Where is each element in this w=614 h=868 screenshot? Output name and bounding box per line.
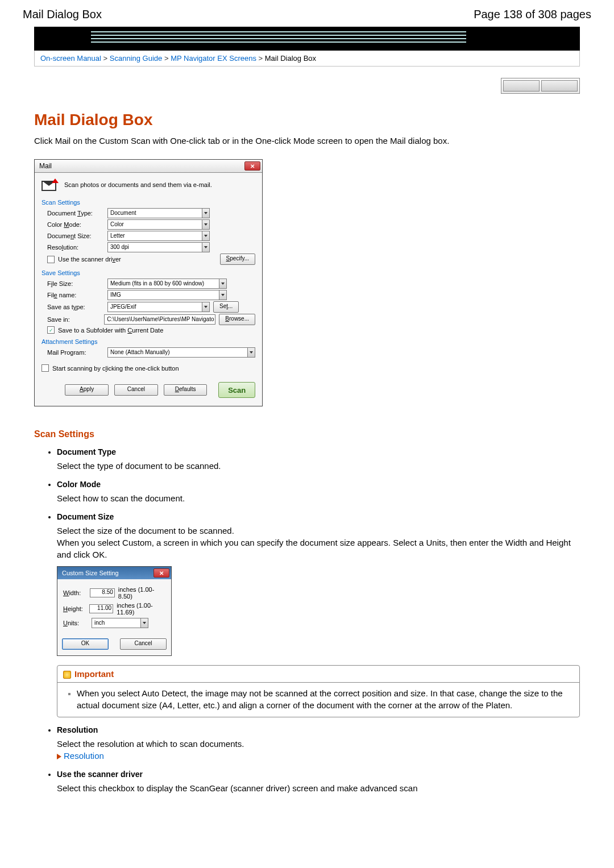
label-doc-type: Document Type: (47, 210, 104, 217)
item-color-mode: Color Mode Select how to scan the docume… (57, 480, 580, 504)
group-scan-settings: Scan Settings (42, 199, 255, 206)
item-document-type: Document Type Select the type of documen… (57, 447, 580, 472)
breadcrumb-link-2[interactable]: MP Navigator EX Screens (171, 54, 256, 63)
checkbox-use-driver[interactable] (47, 256, 55, 263)
chevron-down-icon (247, 348, 255, 357)
chevron-down-icon (202, 302, 209, 312)
input-file-name[interactable]: IMG (107, 290, 227, 300)
select-file-size[interactable]: Medium (fits in a 800 by 600 window) (107, 279, 227, 289)
breadcrumb-link-0[interactable]: On-screen Manual (40, 54, 101, 63)
apply-button[interactable]: Apply (65, 384, 109, 396)
cs-height-range: inches (1.00-11.69) (117, 602, 165, 616)
header-left: Mail Dialog Box (23, 8, 102, 21)
cs-units-label: Units: (63, 620, 88, 626)
toolbar-btn-2[interactable] (541, 80, 578, 92)
group-attachment-settings: Attachment Settings (42, 338, 255, 345)
header-right: Page 138 of 308 pages (474, 8, 591, 21)
cs-title: Custom Size Setting (62, 570, 119, 576)
mail-dialog: Mail ✕ Scan photos or documents and send… (34, 159, 263, 406)
chevron-down-icon (219, 290, 226, 300)
breadcrumb: On-screen Manual > Scanning Guide > MP N… (34, 51, 580, 67)
specify-button[interactable]: Specify... (220, 254, 255, 265)
select-color-mode[interactable]: Color (107, 219, 210, 230)
mail-icon (42, 178, 59, 191)
label-doc-size: Document Size: (47, 232, 104, 239)
select-doc-size[interactable]: Letter (107, 231, 210, 241)
label-file-size: File Size: (47, 280, 104, 287)
breadcrumb-current: Mail Dialog Box (265, 54, 316, 63)
select-mail-program[interactable]: None (Attach Manually) (107, 347, 255, 358)
set-button[interactable]: Set... (213, 301, 239, 313)
cs-ok-button[interactable]: OK (62, 638, 109, 650)
cs-units-select[interactable]: inch (92, 618, 148, 628)
label-start-oneclick: Start scanning by clicking the one-click… (52, 365, 179, 372)
intro-text: Click Mail on the Custom Scan with One-c… (34, 136, 580, 146)
important-item: When you select Auto Detect, the image m… (77, 687, 572, 711)
select-resolution[interactable]: 300 dpi (107, 242, 210, 252)
select-save-as-type[interactable]: JPEG/Exif (107, 302, 210, 312)
banner (34, 27, 580, 51)
item-document-size: Document Size Select the size of the doc… (57, 512, 580, 717)
label-save-in: Save in: (47, 316, 101, 323)
cs-height-input[interactable]: 11.00 (89, 604, 113, 613)
resolution-link[interactable]: Resolution (57, 751, 104, 761)
label-mail-program: Mail Program: (47, 349, 104, 356)
breadcrumb-link-1[interactable]: Scanning Guide (110, 54, 163, 63)
item-use-scanner-driver: Use the scanner driver Select this check… (57, 770, 580, 794)
select-doc-type[interactable]: Document (107, 208, 210, 218)
close-icon[interactable]: ✕ (244, 161, 260, 171)
section-scan-settings: Scan Settings (34, 429, 580, 439)
warning-icon (63, 671, 71, 679)
chevron-down-icon (202, 220, 209, 229)
label-color-mode: Color Mode: (47, 221, 104, 228)
cs-width-label: Width: (63, 589, 86, 596)
browse-button[interactable]: Browse... (219, 314, 255, 325)
dialog-title: Mail (39, 162, 52, 170)
chevron-down-icon (140, 618, 148, 628)
input-save-in[interactable]: C:\Users\UserName\Pictures\MP Navigato (104, 314, 215, 325)
checkbox-start-oneclick[interactable] (42, 364, 49, 372)
cs-height-label: Height: (63, 605, 86, 612)
chevron-down-icon (219, 279, 226, 288)
close-icon[interactable]: ✕ (154, 568, 169, 578)
page-title: Mail Dialog Box (34, 111, 580, 129)
chevron-down-icon (202, 231, 209, 240)
toolbar-btn-1[interactable] (503, 80, 540, 92)
cs-width-input[interactable]: 8.50 (90, 588, 115, 597)
label-subfolder: Save to a Subfolder with Current Date (58, 327, 163, 334)
label-use-driver: Use the scanner driver (58, 256, 121, 263)
label-resolution: Resolution: (47, 244, 104, 251)
custom-size-dialog: Custom Size Setting ✕ Width: 8.50 inches… (57, 566, 172, 656)
toolbar (501, 78, 580, 94)
item-resolution: Resolution Select the resolution at whic… (57, 725, 580, 762)
group-save-settings: Save Settings (42, 269, 255, 276)
cancel-button[interactable]: Cancel (114, 384, 158, 396)
chevron-down-icon (202, 209, 209, 218)
cs-cancel-button[interactable]: Cancel (120, 638, 167, 650)
scan-button[interactable]: Scan (218, 382, 255, 398)
chevron-down-icon (202, 243, 209, 252)
defaults-button[interactable]: Defaults (164, 384, 208, 396)
dialog-subtitle: Scan photos or documents and send them v… (64, 181, 212, 188)
important-box: Important When you select Auto Detect, t… (57, 665, 580, 717)
cs-width-range: inches (1.00-8.50) (118, 586, 165, 600)
label-save-as-type: Save as type: (47, 304, 104, 310)
label-file-name: File name: (47, 292, 104, 298)
checkbox-subfolder[interactable]: ✓ (47, 326, 55, 334)
